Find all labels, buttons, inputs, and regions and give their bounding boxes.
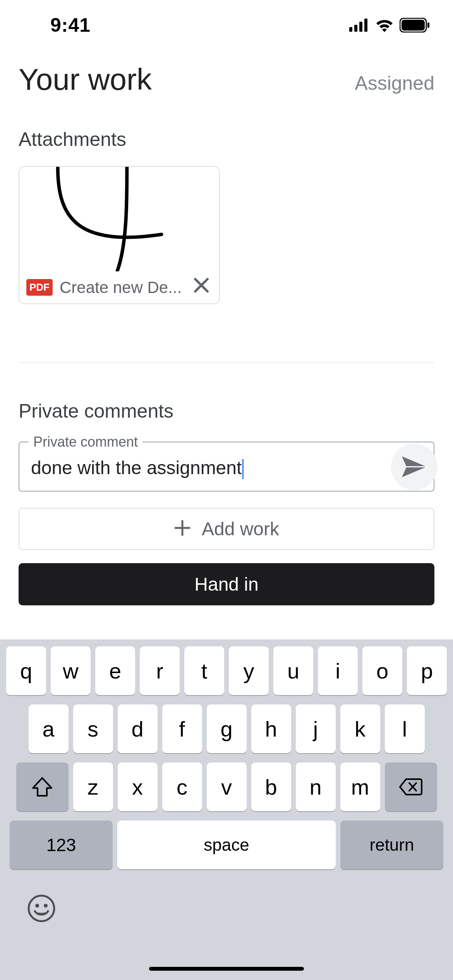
battery-icon [400, 18, 430, 33]
key-v[interactable]: v [207, 762, 247, 811]
emoji-icon [27, 894, 56, 923]
space-key[interactable]: space [117, 821, 336, 869]
comment-field-label: Private comment [29, 434, 142, 450]
key-w[interactable]: w [51, 646, 91, 695]
key-n[interactable]: n [296, 762, 336, 811]
svg-rect-5 [402, 20, 425, 31]
key-d[interactable]: d [118, 704, 158, 753]
return-key[interactable]: return [340, 821, 443, 869]
send-icon [401, 456, 427, 478]
pdf-badge-icon: PDF [26, 279, 53, 296]
key-c[interactable]: c [162, 762, 202, 811]
svg-point-8 [29, 896, 54, 921]
key-h[interactable]: h [251, 704, 291, 753]
hand-in-label: Hand in [194, 574, 258, 595]
ios-keyboard: qwertyuiop asdfghjkl zxcvbnm 123 space r… [0, 639, 453, 980]
status-icons [349, 18, 430, 33]
svg-rect-0 [349, 27, 352, 32]
svg-rect-2 [359, 22, 362, 32]
status-bar: 9:41 [0, 0, 453, 50]
add-work-button[interactable]: Add work [19, 508, 434, 550]
key-f[interactable]: f [162, 704, 202, 753]
shift-icon [32, 777, 52, 797]
section-divider [19, 362, 434, 363]
key-u[interactable]: u [273, 646, 313, 695]
svg-rect-6 [427, 22, 429, 28]
key-e[interactable]: e [95, 646, 135, 695]
private-comment-field[interactable]: Private comment done with the assignment [19, 442, 434, 492]
svg-point-9 [35, 904, 39, 908]
attachment-footer: PDF Create new De... [19, 271, 219, 303]
header-row: Your work Assigned [19, 62, 434, 97]
shift-key[interactable] [16, 762, 69, 811]
key-x[interactable]: x [118, 762, 158, 811]
key-p[interactable]: p [407, 646, 447, 695]
add-work-label: Add work [202, 518, 279, 540]
backspace-icon [399, 778, 422, 795]
key-m[interactable]: m [340, 762, 380, 811]
key-y[interactable]: y [229, 646, 269, 695]
key-g[interactable]: g [207, 704, 247, 753]
remove-attachment-button[interactable] [190, 277, 212, 298]
key-b[interactable]: b [251, 762, 291, 811]
attachment-thumbnail [19, 167, 219, 271]
key-r[interactable]: r [140, 646, 180, 695]
emoji-key[interactable] [27, 894, 56, 923]
key-i[interactable]: i [318, 646, 358, 695]
key-q[interactable]: q [6, 646, 46, 695]
delete-key[interactable] [385, 762, 437, 811]
attachment-filename: Create new De... [60, 278, 184, 297]
close-icon [193, 277, 210, 294]
hand-in-button[interactable]: Hand in [19, 563, 434, 605]
numbers-key[interactable]: 123 [10, 821, 113, 869]
key-s[interactable]: s [73, 704, 113, 753]
key-a[interactable]: a [29, 704, 69, 753]
cellular-icon [349, 19, 369, 32]
svg-rect-3 [364, 19, 367, 32]
send-comment-button[interactable] [391, 444, 438, 490]
key-l[interactable]: l [385, 704, 425, 753]
attachment-card[interactable]: PDF Create new De... [19, 166, 220, 304]
plus-icon [174, 517, 191, 541]
key-t[interactable]: t [184, 646, 224, 695]
private-comment-input[interactable]: done with the assignment [31, 457, 422, 479]
svg-rect-1 [354, 25, 357, 32]
svg-point-10 [44, 904, 48, 908]
page-title: Your work [19, 62, 152, 97]
key-j[interactable]: j [296, 704, 336, 753]
assignment-status: Assigned [355, 72, 434, 94]
key-z[interactable]: z [73, 762, 113, 811]
home-indicator[interactable] [149, 967, 304, 971]
key-k[interactable]: k [340, 704, 380, 753]
attachments-section-title: Attachments [19, 128, 434, 151]
comments-section-title: Private comments [19, 400, 434, 422]
key-o[interactable]: o [362, 646, 402, 695]
status-time: 9:41 [50, 14, 91, 36]
wifi-icon [375, 18, 394, 32]
